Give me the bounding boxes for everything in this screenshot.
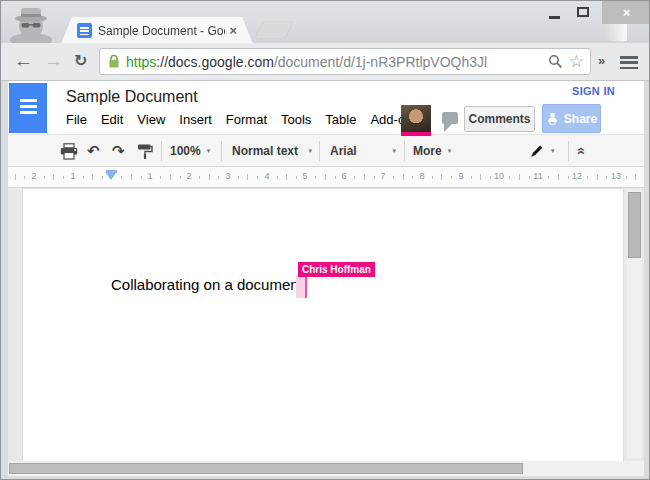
- ruler-tick: [315, 176, 316, 179]
- maximize-button[interactable]: [577, 7, 589, 17]
- edit-pen-icon: [529, 143, 545, 159]
- collaborator-selection: [296, 276, 305, 298]
- chevron-down-icon: ▾: [207, 147, 211, 155]
- url-path: /document/d/1j-nR3PRtlpVOQh3Jl: [274, 54, 487, 70]
- paint-format-button[interactable]: [137, 141, 153, 161]
- tab-title: Sample Document - Goog: [98, 24, 225, 38]
- document-text[interactable]: Collaborating on a document: [111, 276, 303, 293]
- document-canvas: Collaborating on a document Chris Hoffma…: [8, 188, 644, 461]
- back-button[interactable]: ←: [14, 50, 33, 72]
- ruler-tick: [63, 176, 64, 179]
- ruler-tick: [529, 176, 530, 179]
- ruler-tick: [403, 174, 404, 180]
- ruler-tick: [364, 174, 365, 180]
- horizontal-scrollbar[interactable]: [8, 461, 644, 476]
- chevron-down-icon: ▾: [392, 147, 396, 155]
- font-value: Arial: [330, 144, 357, 158]
- ruler-tick: [597, 174, 598, 180]
- share-button[interactable]: Share: [542, 104, 601, 133]
- ruler-tick: [635, 174, 636, 180]
- ruler-tick: [490, 176, 491, 179]
- ruler-tick: [53, 174, 54, 180]
- redo-button[interactable]: ↷: [112, 141, 125, 161]
- zoom-value: 100%: [170, 144, 201, 158]
- minimize-button[interactable]: [549, 16, 560, 19]
- zoom-select[interactable]: 100% ▾: [170, 141, 210, 161]
- menu-bar: FileEditViewInsertFormatToolsTableAdd-on…: [66, 112, 419, 127]
- tab-close-icon[interactable]: ×: [229, 24, 237, 37]
- sign-in-link[interactable]: SIGN IN: [572, 85, 615, 97]
- menu-format[interactable]: Format: [226, 112, 267, 127]
- ruler-tick: [480, 174, 481, 180]
- double-chevron-up-icon: «: [574, 147, 590, 155]
- ruler-tick: [451, 176, 452, 179]
- collaborator-avatar[interactable]: [401, 105, 431, 136]
- incognito-icon: [7, 5, 55, 43]
- ruler-number: 6: [341, 171, 346, 181]
- forward-button[interactable]: →: [44, 50, 63, 72]
- ruler-number: 12: [572, 171, 582, 181]
- docs-home-button[interactable]: [9, 83, 47, 133]
- address-bar-input[interactable]: https://docs.google.com/document/d/1j-nR…: [99, 48, 591, 75]
- ruler-tick: [170, 174, 171, 180]
- vertical-scrollbar-thumb[interactable]: [628, 192, 641, 258]
- indent-marker-icon[interactable]: [106, 173, 116, 180]
- chrome-menu-icon[interactable]: [620, 56, 638, 69]
- font-select[interactable]: Arial ▾: [330, 141, 396, 161]
- window-frame-left: [1, 81, 8, 480]
- comment-bubble-icon: [442, 112, 458, 124]
- ruler-tick: [568, 176, 569, 179]
- ruler-tick: [587, 176, 588, 179]
- paragraph-style-select[interactable]: Normal text ▾: [232, 141, 312, 161]
- vertical-scrollbar[interactable]: [627, 190, 642, 458]
- ruler-tick: [432, 176, 433, 179]
- paint-format-icon: [137, 143, 153, 160]
- ruler-number: 9: [458, 171, 463, 181]
- ruler-tick: [15, 174, 16, 180]
- ruler-tick: [131, 174, 132, 180]
- ruler-number: 3: [225, 171, 230, 181]
- collapse-toolbar-button[interactable]: «: [578, 141, 586, 161]
- horizontal-scrollbar-thumb[interactable]: [9, 463, 523, 474]
- browser-tab[interactable]: Sample Document - Goog ×: [61, 17, 253, 44]
- ruler-tick: [626, 176, 627, 179]
- collaborator-caret: [305, 276, 307, 298]
- ruler-tick: [102, 176, 103, 179]
- collaborator-name-flag: Chris Hoffman: [298, 262, 375, 277]
- window-frame-bottom: [1, 476, 650, 480]
- menu-view[interactable]: View: [137, 112, 165, 127]
- ruler-number: 8: [419, 171, 424, 181]
- editing-mode-button[interactable]: ▾: [529, 141, 555, 161]
- ruler-tick: [121, 176, 122, 179]
- close-window-button[interactable]: ×: [602, 1, 650, 24]
- lock-icon: [108, 54, 120, 69]
- search-icon[interactable]: [548, 54, 563, 69]
- document-page[interactable]: Collaborating on a document Chris Hoffma…: [23, 189, 623, 461]
- new-tab-button[interactable]: [255, 22, 293, 38]
- undo-button[interactable]: ↶: [87, 141, 100, 161]
- comments-button[interactable]: Comments: [464, 106, 535, 132]
- browser-window: Sample Document - Goog × × ← → ↻ https:/…: [0, 0, 650, 480]
- menu-file[interactable]: File: [66, 112, 87, 127]
- more-button[interactable]: More ▾: [413, 141, 451, 161]
- title-bar: Sample Document - Goog × ×: [1, 1, 650, 43]
- print-button[interactable]: [60, 141, 78, 161]
- extensions-overflow-icon[interactable]: »: [598, 53, 605, 68]
- ruler-number: 1: [70, 171, 75, 181]
- menu-edit[interactable]: Edit: [101, 112, 123, 127]
- ruler-tick: [548, 176, 549, 179]
- ruler-tick: [412, 176, 413, 179]
- ruler-tick: [83, 176, 84, 179]
- ruler-tick: [606, 176, 607, 179]
- ruler-tick: [180, 176, 181, 179]
- print-icon: [60, 143, 78, 160]
- document-title[interactable]: Sample Document: [66, 88, 198, 106]
- menu-tools[interactable]: Tools: [281, 112, 311, 127]
- ruler-tick: [247, 174, 248, 180]
- refresh-button[interactable]: ↻: [74, 51, 87, 70]
- bookmark-star-icon[interactable]: ☆: [569, 53, 584, 70]
- ruler-number: 4: [264, 171, 269, 181]
- menu-table[interactable]: Table: [325, 112, 356, 127]
- menu-insert[interactable]: Insert: [179, 112, 212, 127]
- ruler-number: 2: [186, 171, 191, 181]
